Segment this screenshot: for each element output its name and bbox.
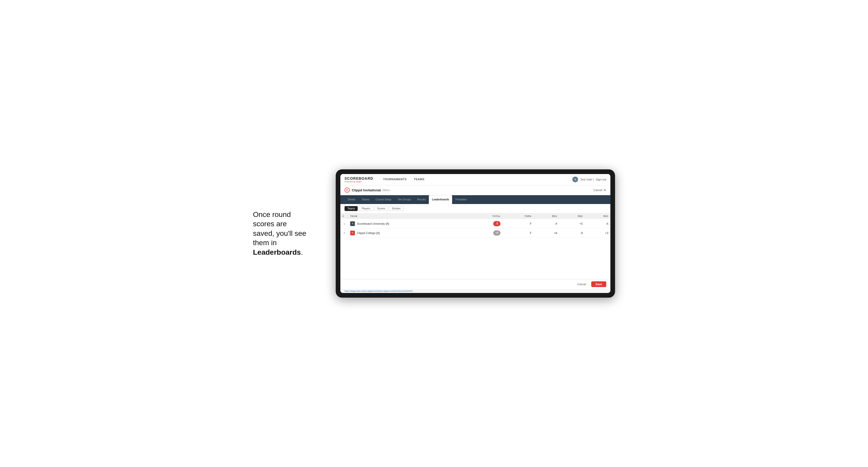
cell-rd1: -4 — [534, 219, 559, 228]
filter-players[interactable]: Players — [359, 206, 373, 211]
footer-save-btn[interactable]: Save — [591, 281, 606, 287]
col-thru: THRU — [502, 213, 534, 219]
cell-team: SScoreboard University [A] — [348, 219, 468, 228]
filter-teams[interactable]: Teams — [344, 206, 358, 211]
sign-out-link[interactable]: Sign out — [596, 178, 606, 181]
table-row: 1SScoreboard University [A]-5F-4+5-6 — [340, 219, 610, 228]
table-spacer — [340, 238, 610, 279]
cell-team: CClippd College [A] — [348, 228, 468, 238]
tournament-gender: (Men) — [382, 188, 390, 192]
description-line1: Once round — [253, 211, 291, 218]
app-header: SCOREBOARD Powered by clippd TOURNAMENTS… — [340, 174, 610, 185]
cell-rd3: +3 — [585, 228, 610, 238]
footer-cancel-btn[interactable]: Cancel — [574, 281, 589, 287]
left-description: Once round scores are saved, you'll see … — [253, 210, 320, 257]
tab-course-setup[interactable]: Course Setup — [372, 195, 395, 204]
app-container: SCOREBOARD Powered by clippd TOURNAMENTS… — [340, 174, 610, 293]
tablet-device: SCOREBOARD Powered by clippd TOURNAMENTS… — [336, 169, 615, 298]
cell-rd2: -8 — [559, 228, 585, 238]
tab-tee-groups[interactable]: Tee Groups — [395, 195, 414, 204]
filter-strokes[interactable]: Strokes — [389, 206, 403, 211]
leaderboard-table: # TEAM TOTAL THRU RD1 RD2 RD3 1SScoreboa… — [340, 213, 610, 238]
logo-area: SCOREBOARD Powered by clippd — [344, 176, 373, 183]
nav-tab-tournaments[interactable]: TOURNAMENTS — [379, 174, 410, 185]
cell-rd2: +5 — [559, 219, 585, 228]
nav-tab-teams[interactable]: TEAMS — [410, 174, 428, 185]
cell-total: -5 — [468, 219, 503, 228]
sub-nav: Details Teams Course Setup Tee Groups Re… — [340, 195, 610, 204]
col-rd1: RD1 — [534, 213, 559, 219]
description-line2: scores are — [253, 220, 287, 228]
tournament-icon: C — [344, 187, 350, 193]
filter-bar: Teams Players Scores Strokes — [340, 204, 610, 213]
col-rd2: RD2 — [559, 213, 585, 219]
cell-rank: 1 — [340, 219, 348, 228]
cell-thru: F — [502, 219, 534, 228]
table-header-row: # TEAM TOTAL THRU RD1 RD2 RD3 — [340, 213, 610, 219]
col-rank: # — [340, 213, 348, 219]
table-row: 2CClippd College [A]+3F+8-8+3 — [340, 228, 610, 238]
header-right: S Test User | Sign out — [572, 177, 606, 182]
col-rd3: RD3 — [585, 213, 610, 219]
col-team: TEAM — [348, 213, 468, 219]
tab-details[interactable]: Details — [344, 195, 359, 204]
tab-leaderboards[interactable]: Leaderboards — [429, 195, 452, 204]
cell-thru: F — [502, 228, 534, 238]
cell-total: +3 — [468, 228, 503, 238]
cell-rd1: +8 — [534, 228, 559, 238]
cell-rd3: -6 — [585, 219, 610, 228]
tab-printables[interactable]: Printables — [452, 195, 470, 204]
description-line4: them in — [253, 239, 277, 247]
logo-powered: Powered by clippd — [344, 181, 373, 183]
user-name: Test User | — [580, 178, 594, 181]
logo-text: SCOREBOARD — [344, 176, 373, 181]
description-line3: saved, you'll see — [253, 229, 306, 238]
description-line5: Leaderboards — [253, 248, 301, 256]
tab-teams[interactable]: Teams — [359, 195, 372, 204]
tab-results[interactable]: Results — [414, 195, 429, 204]
cell-rank: 2 — [340, 228, 348, 238]
url-bar: https://stage-blue-coach.stagescoreboard… — [340, 289, 610, 293]
tournament-title: Clippd Invitational — [352, 188, 381, 192]
cancel-x-icon: ✕ — [603, 188, 606, 192]
user-avatar: S — [572, 177, 578, 182]
col-total: TOTAL — [468, 213, 503, 219]
tournament-header: C Clippd Invitational (Men) Cancel ✕ — [340, 185, 610, 195]
main-nav: TOURNAMENTS TEAMS — [379, 174, 572, 185]
tournament-cancel-btn[interactable]: Cancel ✕ — [594, 188, 606, 192]
filter-scores[interactable]: Scores — [374, 206, 388, 211]
app-footer: Cancel Save — [340, 279, 610, 289]
